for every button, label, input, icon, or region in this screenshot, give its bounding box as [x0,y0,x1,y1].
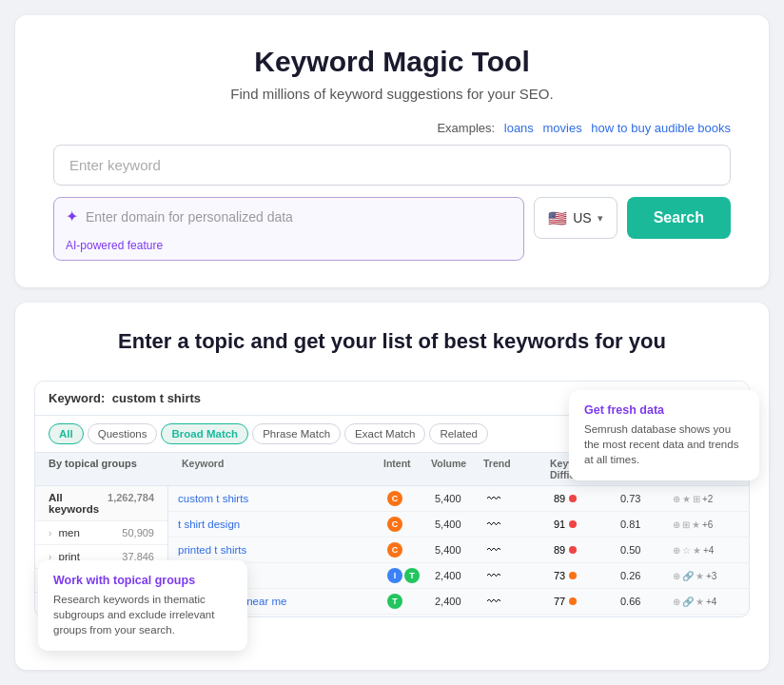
volume-value: 2,400 [435,570,487,581]
serp-features: ⊕ ⊞ ★ +6 [673,519,739,530]
serp-icon-3: ★ [693,545,701,556]
serp-icon-1: ⊕ [673,571,680,581]
trend-chart: 〰 [487,542,554,558]
bottom-section: Enter a topic and get your list of best … [15,303,769,670]
serp-features: ⊕ ☆ ★ +4 [673,545,739,556]
intent-badge: C [387,491,402,506]
serp-icon-3: ★ [696,597,704,607]
difficulty-bar: 91 [554,519,620,530]
serp-plus: +6 [702,519,713,530]
serp-icon-2: ☆ [682,545,691,556]
tab-questions[interactable]: Questions [88,423,158,444]
top-card: Keyword Magic Tool Find millions of keyw… [15,15,769,287]
intent-badge: C [387,542,402,558]
tooltip-topical-title: Work with topical groups [53,574,232,587]
ai-powered-label: AI-powered feature [54,235,523,260]
example-loans[interactable]: loans [504,121,534,135]
trend-chart: 〰 [487,491,554,506]
example-movies[interactable]: movies [542,121,581,135]
serp-icon-1: ⊕ [673,545,680,556]
serp-features: ⊕ 🔗 ★ +3 [673,571,739,581]
serp-icon-2: 🔗 [682,571,694,581]
col-keyword: Keyword [182,458,383,480]
data-rows: custom t shirts C 5,400 〰 89 0.73 ⊕ ★ ⊞ … [168,486,749,616]
tab-exact-match[interactable]: Exact Match [344,423,425,444]
serp-icon-1: ⊕ [673,597,680,607]
col-volume: Volume [431,458,483,480]
tab-all[interactable]: All [49,423,84,444]
difficulty-bar: 89 [554,544,620,556]
tooltip-fresh-data: Get fresh data Semrush database shows yo… [569,390,759,480]
cpc-value: 0.73 [620,493,673,504]
tooltip-topical-text: Research keywords in thematic subgroups … [53,592,232,637]
volume-value: 5,400 [435,544,487,556]
group-men-count: 50,909 [122,527,154,538]
intent-badge: C [387,517,402,532]
trend-chart: 〰 [487,517,554,532]
keyword-link[interactable]: t shirt design [178,519,387,530]
tooltip-topical-groups: Work with topical groups Research keywor… [38,560,247,651]
volume-value: 5,400 [435,493,487,504]
ai-star-icon: ✦ [66,207,78,225]
intent-badge-t: T [404,568,420,583]
domain-input[interactable] [86,209,512,225]
serp-icon-2: 🔗 [682,597,694,607]
cpc-value: 0.66 [620,596,673,607]
serp-icon-3: ★ [692,519,700,530]
intent-badge-i: I [387,568,402,583]
intent-badge: T [387,594,402,609]
serp-icon-3: ★ [696,571,704,581]
group-all[interactable]: All keywords 1,262,784 [35,486,167,521]
examples-label: Examples: [437,121,495,135]
cpc-value: 0.26 [620,570,673,581]
tab-related[interactable]: Related [429,423,488,444]
serp-features: ⊕ ★ ⊞ +2 [673,494,739,504]
locale-code: US [573,210,591,225]
table-row: t shirt printing near me T 2,400 〰 77 0.… [168,589,749,615]
page-subtitle: Find millions of keyword suggestions for… [53,86,731,102]
example-audible[interactable]: how to buy audible books [591,121,731,135]
col-groups: By topical groups [49,458,182,480]
domain-input-inner: ✦ [54,198,523,235]
domain-row: ✦ AI-powered feature 🇺🇸 US ▾ Search [53,197,731,261]
trend-chart: 〰 [487,594,554,609]
group-all-label: All keywords [49,492,108,515]
locale-button[interactable]: 🇺🇸 US ▾ [534,197,617,239]
keyword-input[interactable] [53,145,731,186]
table-row: printed t shirts C 5,400 〰 89 0.50 ⊕ ☆ ★… [168,538,749,563]
serp-plus: +4 [706,597,716,607]
trend-chart: 〰 [487,568,554,583]
examples-row: Examples: loans movies how to buy audibl… [53,121,731,135]
col-intent: Intent [383,458,431,480]
group-men[interactable]: › men 50,909 [35,521,167,545]
keyword-link[interactable]: printed t shirts [178,544,387,556]
cpc-value: 0.81 [620,519,673,530]
volume-value: 5,400 [435,519,487,530]
table-row: funny t shirts I T 2,400 〰 73 0.26 ⊕ 🔗 ★ [168,563,749,589]
page-title: Keyword Magic Tool [53,46,731,78]
tooltip-fresh-title: Get fresh data [584,403,744,417]
volume-value: 2,400 [435,596,487,607]
serp-icon-1: ⊕ [673,494,680,504]
domain-wrap: ✦ AI-powered feature [53,197,524,261]
difficulty-bar: 73 [554,570,620,581]
col-trend: Trend [483,458,550,480]
difficulty-bar: 89 [554,493,620,504]
table-row: t shirt design C 5,400 〰 91 0.81 ⊕ ⊞ ★ +… [168,512,749,538]
serp-icon-3: ⊞ [693,494,700,504]
cpc-value: 0.50 [620,544,673,556]
serp-plus: +3 [706,571,716,581]
tooltip-fresh-text: Semrush database shows you the most rece… [584,421,744,467]
serp-features: ⊕ 🔗 ★ +4 [673,597,739,607]
group-men-label: › men [49,527,80,538]
table-row: custom t shirts C 5,400 〰 89 0.73 ⊕ ★ ⊞ … [168,486,749,512]
serp-plus: +4 [703,545,714,556]
tab-phrase-match[interactable]: Phrase Match [252,423,341,444]
keyword-link[interactable]: custom t shirts [178,493,387,504]
tab-broad-match[interactable]: Broad Match [161,423,248,444]
serp-icon-2: ⊞ [682,519,690,530]
chevron-down-icon: ▾ [598,212,603,225]
serp-icon-2: ★ [682,494,691,504]
difficulty-bar: 77 [554,596,620,607]
search-button[interactable]: Search [627,197,731,239]
